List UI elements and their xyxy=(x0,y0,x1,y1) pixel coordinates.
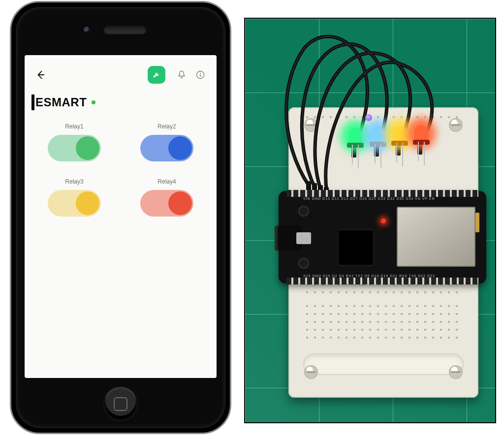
composite-figure: ESMART Relay1 Relay2 Relay3 Relay4 xyxy=(0,0,504,439)
toggle-knob xyxy=(76,136,99,160)
led-red xyxy=(414,125,428,142)
relay-3-label: Relay3 xyxy=(65,178,83,185)
home-button[interactable] xyxy=(103,387,138,421)
back-button[interactable] xyxy=(33,68,47,82)
toggle-knob xyxy=(168,191,192,215)
app-title: ESMART xyxy=(35,95,87,109)
led-blue xyxy=(371,127,385,144)
usb-cable xyxy=(275,225,302,251)
relay-2-toggle[interactable] xyxy=(140,135,193,161)
relay-3-toggle[interactable] xyxy=(48,190,101,217)
online-status-dot xyxy=(92,100,95,104)
esp32-board: VIN GND D13 D12 D14 D27 D26 D25 D33 D32 … xyxy=(279,191,486,283)
notifications-button[interactable] xyxy=(174,67,189,82)
info-button[interactable] xyxy=(193,67,208,82)
earpiece-speaker xyxy=(103,26,147,34)
led-green xyxy=(348,128,362,145)
app-screen: ESMART Relay1 Relay2 Relay3 Relay4 xyxy=(25,55,217,378)
mcu-top-pin-labels: VIN GND D13 D12 D14 D27 D26 D25 D33 D32 … xyxy=(303,197,435,200)
mcu-chip xyxy=(339,230,373,265)
toggle-knob xyxy=(168,136,192,160)
relay-4-toggle[interactable] xyxy=(140,190,193,217)
info-icon xyxy=(195,70,205,80)
tools-button[interactable] xyxy=(148,66,165,84)
rf-shield xyxy=(397,207,475,267)
bell-icon xyxy=(177,70,187,80)
relay-grid: Relay1 Relay2 Relay3 Relay4 xyxy=(41,123,200,217)
power-led xyxy=(381,219,386,223)
boot-button[interactable] xyxy=(298,258,309,269)
title-caret xyxy=(32,94,34,110)
relay-1-label: Relay1 xyxy=(65,123,83,130)
relay-1: Relay1 xyxy=(41,123,107,161)
lens-flare xyxy=(365,114,372,121)
led-yellow xyxy=(393,126,407,143)
relay-1-toggle[interactable] xyxy=(48,135,101,161)
mcu-bottom-pin-labels: 3V3 GND D15 D2 D4 RX2 TX2 D5 D18 D19 D21… xyxy=(303,274,435,278)
wrench-icon xyxy=(152,70,161,79)
relay-2: Relay2 xyxy=(134,123,200,161)
relay-2-label: Relay2 xyxy=(158,123,176,130)
hardware-photo: VIN GND D13 D12 D14 D27 D26 D25 D33 D32 … xyxy=(244,18,496,423)
title-row: ESMART xyxy=(32,94,95,110)
toggle-knob xyxy=(76,191,99,215)
relay-4: Relay4 xyxy=(134,178,200,217)
arrow-left-icon xyxy=(35,69,46,80)
relay-4-label: Relay4 xyxy=(158,178,176,185)
svg-point-1 xyxy=(200,73,201,74)
front-camera xyxy=(84,27,91,33)
relay-3: Relay3 xyxy=(41,178,107,217)
en-button[interactable] xyxy=(298,206,309,217)
app-bar xyxy=(25,63,217,87)
phone-mockup: ESMART Relay1 Relay2 Relay3 Relay4 xyxy=(10,1,231,434)
svg-rect-2 xyxy=(200,74,201,77)
